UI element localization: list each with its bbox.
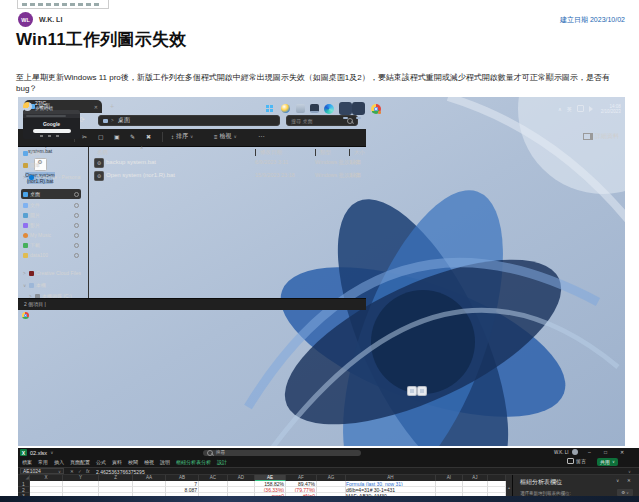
workbook-name[interactable]: 02.xlsx	[30, 450, 47, 456]
panel-close-icon[interactable]: ✕	[627, 478, 631, 483]
post-author[interactable]: W.K. LI	[39, 16, 62, 23]
sidebar-item-downloads[interactable]: 下載	[21, 240, 81, 250]
running-indicator	[343, 117, 348, 119]
address-bar[interactable]: > 桌面	[98, 115, 280, 126]
share-button[interactable]: 共用 ∨	[597, 458, 618, 466]
screenshot-desktop-1[interactable]: ♻ 資源回收筒 ⚙ backup system.bat ⚙ Open syste…	[18, 97, 625, 446]
system-tray[interactable]: ∧ 英 14:08 2/10/2023	[558, 97, 625, 120]
sidebar-item-my-music[interactable]: My Music	[21, 230, 81, 240]
task-view-button[interactable]	[294, 102, 307, 115]
screenshot-excel-2[interactable]: X 02.xlsx ∨ 搜尋 W.K. LI – □ ✕ 檔案 常用 插入 頁面…	[18, 448, 639, 502]
view-button[interactable]: ≡ 檢視 ∨	[214, 132, 238, 141]
search-button[interactable]	[279, 102, 292, 115]
formula-input[interactable]: 2.4625363766375295	[96, 469, 145, 475]
sidebar-item-gallery[interactable]: 圖庫	[21, 160, 81, 170]
sort-icon: ↕	[171, 134, 174, 140]
enter-icon[interactable]: ✓	[78, 469, 82, 474]
folder-icon	[23, 253, 28, 258]
avatar[interactable]	[572, 449, 578, 455]
new-tab-button[interactable]: +	[110, 103, 114, 110]
music-icon	[23, 233, 28, 238]
more-options-button[interactable]: …	[258, 131, 265, 138]
paste-icon[interactable]: ▣	[114, 133, 120, 140]
cut-icon[interactable]: ✂	[82, 133, 87, 140]
column-header-name[interactable]: 名稱	[97, 149, 108, 156]
close-button[interactable]: ✕	[620, 449, 624, 455]
tab-file[interactable]: 檔案	[22, 459, 32, 465]
copy-icon[interactable]: ▢	[98, 133, 104, 140]
tab-help[interactable]: 說明	[160, 459, 170, 465]
table-row[interactable]: ⚙ Open system (nor1.R).bat 15/9/2023 23:…	[94, 170, 362, 182]
avatar[interactable]: WL	[18, 12, 33, 27]
tab-design[interactable]: 設計	[217, 459, 227, 465]
desktop-icon	[23, 192, 28, 197]
tab-data[interactable]: 資料	[112, 459, 122, 465]
sort-ascending-icon: ∧	[140, 145, 143, 150]
blank-app-icon[interactable]	[339, 102, 352, 115]
sidebar-item-desktop[interactable]: 桌面	[21, 189, 81, 199]
speaker-icon[interactable]	[589, 106, 596, 112]
network-icon[interactable]	[577, 105, 584, 112]
status-bar: 2 個項目 |	[18, 298, 366, 309]
weather-icon	[23, 102, 32, 111]
sidebar-item-videos[interactable]: 影片	[21, 220, 81, 230]
maximize-button[interactable]: □	[604, 449, 607, 455]
post-body: 至上星期更新Windows 11 pro後，新版工作列在多個程式開啟中經常出現圖…	[16, 72, 618, 94]
file-explorer-button[interactable]	[308, 102, 321, 115]
sidebar-item-onedrive[interactable]: > OneDrive - Personal	[21, 172, 81, 182]
comments-button[interactable]: 留言	[567, 458, 586, 464]
tab-page-layout[interactable]: 頁面配置	[70, 459, 90, 465]
edge-button[interactable]	[322, 102, 335, 115]
tab-close-icon[interactable]: ✕	[94, 104, 98, 110]
scroll-up-icon[interactable]: ▲	[507, 486, 510, 490]
tab-pivottable-analyze[interactable]: 樞紐分析表分析	[176, 459, 211, 465]
sidebar-item-home[interactable]: 首頁	[21, 148, 81, 158]
sidebar-item-pictures[interactable]: 圖片	[21, 210, 81, 220]
sidebar-item-this-pc[interactable]: ∨ 本機	[21, 280, 81, 290]
clock[interactable]: 14:08 2/10/2023	[601, 104, 621, 114]
column-header-size[interactable]: 大小	[349, 149, 365, 156]
tab-review[interactable]: 校閱	[128, 459, 138, 465]
sidebar-item-creative-cloud[interactable]: > Creative Cloud Files	[21, 268, 81, 278]
formula-bar-expand-icon[interactable]: ∨	[628, 469, 631, 474]
fields-options-button[interactable]: ⚙ ∨	[617, 489, 633, 496]
item-count: 2 個項目 |	[24, 301, 46, 307]
account-name[interactable]: W.K. LI	[554, 450, 569, 455]
excel-search-box[interactable]: 搜尋	[203, 450, 361, 456]
tab-home[interactable]: 常用	[38, 459, 48, 465]
document-icon	[23, 203, 28, 208]
ghost-window-icon	[407, 386, 417, 396]
table-row[interactable]: ⚙ backup system.bat 6/9/2023 3:11 Window…	[94, 157, 362, 169]
start-button[interactable]	[263, 102, 276, 115]
panel-collapse-icon[interactable]: ∨	[616, 478, 619, 483]
column-header-type[interactable]: 類型	[315, 149, 331, 156]
tab-view[interactable]: 檢視	[144, 459, 154, 465]
search-placeholder: 搜尋 桌面	[291, 118, 312, 124]
name-box[interactable]: AE1024 ∨	[20, 468, 64, 474]
comment-icon	[567, 458, 574, 464]
minimize-button[interactable]: –	[588, 449, 591, 455]
divider	[88, 147, 89, 298]
ime-indicator[interactable]: 英	[567, 106, 572, 112]
address-location: 桌面	[118, 116, 130, 125]
batch-file-icon: ⚙	[94, 171, 104, 181]
tab-formulas[interactable]: 公式	[96, 459, 106, 465]
weather-widget[interactable]: 27°C 多雲時晴	[23, 100, 53, 112]
chevron-down-icon: ∨	[58, 469, 61, 474]
tab-insert[interactable]: 插入	[54, 459, 64, 465]
delete-icon[interactable]: ✖	[146, 133, 151, 140]
excel-icon: X	[20, 449, 27, 456]
running-indicator	[356, 117, 361, 119]
column-header-date[interactable]: 修改日期	[255, 149, 282, 156]
blank-app-icon[interactable]	[352, 102, 365, 115]
rename-icon[interactable]: ✎	[130, 133, 135, 140]
chrome-button[interactable]	[369, 102, 382, 115]
sidebar-item-data100[interactable]: data100	[21, 250, 81, 260]
picture-icon	[23, 213, 28, 218]
cancel-icon[interactable]: ✕	[70, 469, 74, 474]
sidebar-item-documents[interactable]: 文件	[21, 200, 81, 210]
sort-button[interactable]: ↕ 排序 ∨	[171, 132, 194, 141]
tray-chevron-icon[interactable]: ∧	[558, 106, 562, 112]
fx-icon[interactable]: fx	[86, 469, 90, 474]
home-icon	[23, 151, 28, 156]
